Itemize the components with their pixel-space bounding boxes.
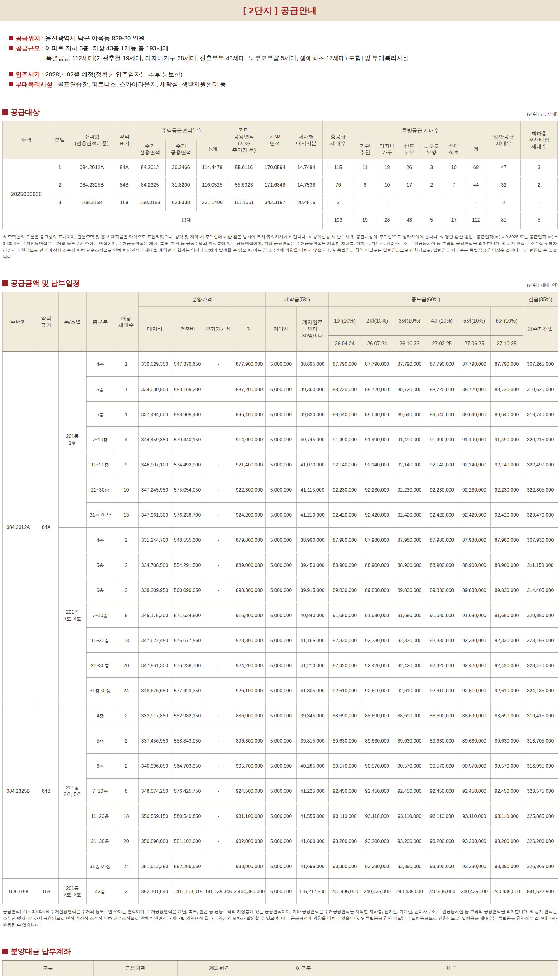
interim-round-5: 87,790,000	[458, 352, 491, 377]
interim-round-5: 93,200,000	[458, 829, 491, 854]
interim-round-1: 93,110,000	[329, 804, 361, 829]
table-row: 3168.3158168168.315862.8338231.1496111.1…	[3, 194, 558, 212]
floor: 31층 이상	[87, 854, 114, 879]
balance: 310,415,000	[523, 703, 558, 728]
down-at-contract: 5,000,000	[266, 377, 297, 402]
info-item: 공급위치 : 울산광역시 남구 야음동 829-20 일원	[9, 33, 560, 43]
abbr: 84A	[34, 352, 58, 703]
interim-round-5: 92,420,000	[458, 502, 491, 527]
building-cost: 1,411,113,015	[171, 879, 204, 904]
target-land-share: 14.7538	[290, 177, 322, 194]
interim-round-6: 92,450,000	[491, 779, 523, 804]
interim-round-4: 91,680,000	[426, 603, 458, 628]
down-within-30days: 38,895,000	[297, 352, 329, 377]
down-within-30days: 41,305,000	[297, 678, 329, 703]
page-title: [ 2단지 ] 공급안내	[243, 5, 317, 17]
interim-round-3: 92,230,000	[393, 477, 426, 502]
balance: 326,865,000	[523, 854, 558, 879]
floor: 21~30층	[87, 829, 114, 854]
target-no: 2	[50, 177, 69, 194]
col-holder: 예금주	[261, 960, 346, 976]
down-at-contract: 5,000,000	[266, 603, 297, 628]
target-multi: -	[376, 194, 398, 212]
interim-round-4: 87,980,000	[426, 527, 458, 553]
balance: 320,880,000	[523, 603, 558, 628]
unit-count: 24	[114, 854, 138, 879]
land-cost: 351,613,350	[138, 854, 171, 879]
interim-round-1: 89,830,000	[329, 578, 361, 603]
target-org: 11	[354, 159, 376, 177]
vat: -	[204, 829, 233, 854]
vat: -	[204, 352, 233, 377]
total-parents: 5	[420, 212, 443, 229]
down-within-30days: 39,360,000	[297, 377, 329, 402]
building-cost: 554,291,500	[171, 553, 204, 578]
interim-round-4: 89,830,000	[426, 578, 458, 603]
col-land: 대지비	[138, 307, 171, 352]
total-price: 926,100,000	[233, 678, 266, 703]
land-cost: 334,030,800	[138, 377, 171, 402]
interim-round-2: 92,140,000	[361, 452, 393, 477]
interim-round-4: 89,630,000	[426, 728, 458, 753]
interim-round-3: 93,200,000	[393, 829, 426, 854]
total-price: 914,900,000	[233, 427, 266, 452]
total-special-sum: 112	[465, 212, 487, 229]
interim-round-1: 91,680,000	[329, 603, 361, 628]
info-separator: :	[40, 45, 45, 51]
col-first: 생애 최초	[443, 140, 465, 159]
bullet-square-icon	[9, 46, 13, 50]
interim-round-5: 91,490,000	[458, 427, 491, 452]
total-row: 합계193192843517112815	[3, 212, 558, 229]
interim-round-5: 87,980,000	[458, 527, 491, 553]
total-price: 932,000,000	[233, 829, 266, 854]
down-within-30days: 115,217,500	[297, 879, 329, 904]
col-special-sum: 계	[465, 140, 487, 159]
target-no: 3	[50, 194, 69, 212]
down-at-contract: 5,000,000	[266, 502, 297, 527]
target-common: 31.8200	[165, 177, 196, 194]
interim-round-2: 90,570,000	[361, 753, 393, 779]
interim-round-2: 89,630,000	[361, 728, 393, 753]
col-round-4: 4회(10%)	[426, 307, 458, 335]
table-row: 168.3158168201동 2호, 3호43층2852,101,6401,4…	[3, 879, 558, 904]
total-price: 921,400,000	[233, 452, 266, 477]
total-price: 898,300,000	[233, 578, 266, 603]
floor: 21~30층	[87, 477, 114, 502]
floor: 4층	[87, 352, 114, 377]
interim-round-3: 92,420,000	[393, 653, 426, 678]
balance: 316,995,000	[523, 753, 558, 779]
interim-round-6: 92,420,000	[491, 502, 523, 527]
down-within-30days: 41,210,000	[297, 653, 329, 678]
target-subtotal: 114.4478	[196, 159, 228, 177]
interim-round-1: 88,720,000	[329, 377, 361, 402]
interim-round-1: 90,570,000	[329, 753, 361, 779]
interim-round-6: 92,140,000	[491, 452, 523, 477]
total-multi: 28	[376, 212, 398, 229]
info-text: 2028년 02월 예정(정확한 입주일자는 추후 통보함)	[45, 71, 183, 78]
unit-count: 10	[114, 477, 138, 502]
table-row: 2084.2325B84B84.232531.8200116.052555.63…	[3, 177, 558, 194]
total-total-units: 193	[322, 212, 354, 229]
col-at-contract: 계약시	[266, 307, 297, 352]
target-special-sum: 68	[465, 159, 487, 177]
building-cost: 571,624,800	[171, 603, 204, 628]
section-title-text: 분양대금 납부계좌	[10, 946, 71, 956]
col-multi: 다자녀 가구	[376, 140, 398, 159]
unit-count: 4	[114, 427, 138, 452]
payment-notes: 공급면적(㎡) ÷ 3.3058 ※ 주거전용면적은 주거의 용도로만 쓰이는 …	[3, 908, 557, 929]
target-parents: 2	[420, 177, 443, 194]
balance: 325,885,000	[523, 804, 558, 829]
col-dong: 동/호별	[58, 292, 87, 352]
down-at-contract: 5,000,000	[266, 653, 297, 678]
land-cost: 852,101,640	[138, 879, 171, 904]
unit-count: 2	[114, 728, 138, 753]
vat: -	[204, 678, 233, 703]
interim-round-3: 92,330,000	[393, 628, 426, 653]
building-cost: 576,238,700	[171, 653, 204, 678]
floor: 4층	[87, 527, 114, 553]
target-type: 084.2325B	[69, 177, 114, 194]
target-land-share: 29.4815	[290, 194, 322, 212]
target-subtotal: 116.0525	[196, 177, 228, 194]
building-cost: 570,440,150	[171, 427, 204, 452]
interim-round-1: 240,435,000	[329, 879, 361, 904]
